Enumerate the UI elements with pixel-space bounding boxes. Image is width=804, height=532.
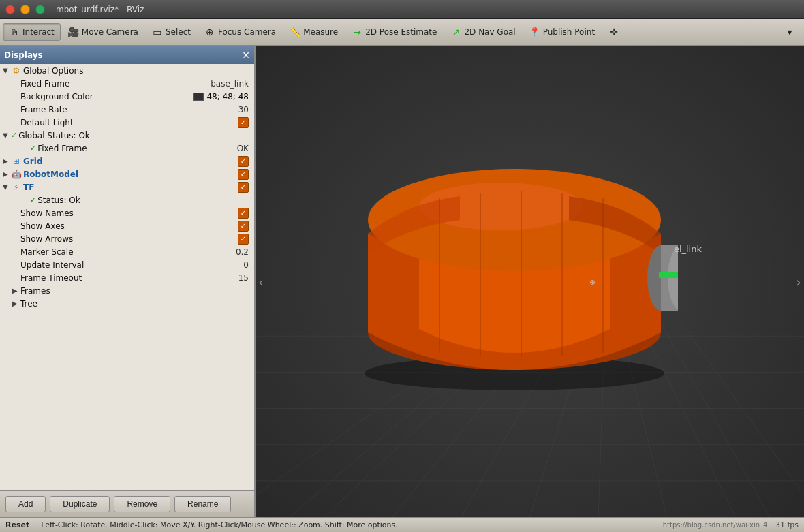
tf-checkbox[interactable]: ✓	[238, 182, 249, 193]
show-axes-checkbox[interactable]: ✓	[238, 221, 249, 232]
global-options-label: Global Options	[23, 66, 254, 76]
global-options-expand: ▼	[3, 67, 11, 74]
displays-header: Displays ✕	[0, 46, 254, 64]
grid-expand: ▶	[3, 157, 11, 165]
move-camera-button[interactable]: 🎥 Move Camera	[62, 23, 144, 41]
tree-empty-space	[0, 310, 254, 446]
robot-model-checkbox[interactable]: ✓	[238, 169, 249, 180]
nav-goal-icon: ↗	[450, 27, 461, 37]
left-panel: Displays ✕ ▼ ⚙ Global Options Fixed Fram…	[0, 46, 256, 517]
background-color-label: Background Color	[20, 92, 193, 101]
focus-camera-button[interactable]: ⊕ Focus Camera	[198, 23, 282, 41]
frame-timeout-value: 15	[238, 273, 254, 283]
frame-timeout-row[interactable]: Frame Timeout 15	[0, 271, 254, 284]
fixed-frame-value: base_link	[211, 79, 254, 89]
reset-button[interactable]: Reset	[0, 518, 35, 532]
publish-point-icon: 📍	[529, 27, 540, 37]
panel-close-button[interactable]: ✕	[242, 50, 250, 60]
interact-button[interactable]: 🖱 Interact	[3, 23, 61, 41]
publish-point-button[interactable]: 📍 Publish Point	[523, 23, 601, 41]
global-status-fixed-frame-row[interactable]: ✓ Fixed Frame OK	[0, 142, 254, 155]
frames-label: Frames	[20, 286, 254, 296]
nav-goal-button[interactable]: ↗ 2D Nav Goal	[444, 23, 521, 41]
show-arrows-checkbox[interactable]: ✓	[238, 234, 249, 245]
interact-icon: 🖱	[9, 27, 20, 37]
maximize-button[interactable]	[35, 5, 45, 14]
select-icon: ▭	[152, 27, 163, 37]
add-button[interactable]: Add	[5, 496, 46, 512]
global-status-label: Global Status: Ok	[18, 131, 254, 140]
duplicate-button[interactable]: Duplicate	[50, 496, 110, 512]
options-icon: —	[771, 27, 782, 37]
scene-background: el_link ⊕ ‹ ›	[256, 46, 804, 517]
pose-estimate-button[interactable]: → 2D Pose Estimate	[345, 23, 443, 41]
global-status-expand: ▼	[3, 131, 11, 139]
viewport-scroll-right[interactable]: ›	[793, 271, 804, 293]
robot-model-row[interactable]: ▶ 🤖 RobotModel ✓	[0, 168, 254, 181]
measure-icon: 📏	[290, 27, 300, 37]
3d-viewport[interactable]: el_link ⊕ ‹ ›	[256, 46, 804, 517]
grid-label: Grid	[23, 157, 238, 166]
viewport-scroll-left[interactable]: ‹	[256, 271, 266, 293]
tf-expand: ▼	[3, 183, 11, 191]
robot-model-3d	[351, 101, 678, 394]
select-button[interactable]: ▭ Select	[146, 23, 197, 41]
el-link-label: el_link	[674, 244, 702, 254]
toolbar: 🖱 Interact 🎥 Move Camera ▭ Select ⊕ Focu…	[0, 19, 804, 46]
global-status-row[interactable]: ▼ ✓ Global Status: Ok	[0, 129, 254, 142]
measure-button[interactable]: 📏 Measure	[283, 23, 344, 41]
main-area: Displays ✕ ▼ ⚙ Global Options Fixed Fram…	[0, 46, 804, 517]
pose-estimate-icon: →	[352, 27, 362, 37]
grid-row[interactable]: ▶ ⊞ Grid ✓	[0, 155, 254, 168]
grid-checkbox[interactable]: ✓	[238, 156, 249, 167]
grid-icon: ⊞	[11, 156, 22, 167]
move-camera-icon: 🎥	[68, 27, 79, 37]
default-light-row[interactable]: Default Light ✓	[0, 116, 254, 129]
show-names-row[interactable]: Show Names ✓	[0, 206, 254, 219]
show-axes-row[interactable]: Show Axes ✓	[0, 219, 254, 232]
bottom-buttons-bar: Add Duplicate Remove Rename	[0, 490, 254, 517]
displays-title: Displays	[4, 50, 43, 60]
global-options-row[interactable]: ▼ ⚙ Global Options	[0, 64, 254, 77]
rename-button[interactable]: Rename	[174, 496, 231, 512]
add-tool-icon: ✛	[608, 27, 619, 37]
frame-rate-label: Frame Rate	[20, 105, 238, 114]
tf-status-row[interactable]: ✓ Status: Ok	[0, 193, 254, 206]
default-light-checkbox[interactable]: ✓	[238, 117, 249, 128]
add-tool-button[interactable]: ✛	[602, 23, 625, 41]
close-button[interactable]	[5, 5, 15, 14]
frame-timeout-label: Frame Timeout	[20, 273, 238, 283]
minimize-button[interactable]	[20, 5, 30, 14]
url-text: https://blog.csdn.net/wai·xin_4	[663, 521, 768, 529]
tree-label: Tree	[20, 299, 254, 309]
frames-row[interactable]: ▶ Frames	[0, 284, 254, 297]
window-title: mbot_urdf.rviz* - RViz	[56, 5, 144, 14]
dropdown-icon: ▾	[784, 27, 795, 37]
background-color-row[interactable]: Background Color 48; 48; 48	[0, 90, 254, 103]
fps-display: https://blog.csdn.net/wai·xin_4 31 fps	[658, 520, 804, 529]
update-interval-row[interactable]: Update Interval 0	[0, 258, 254, 271]
global-status-check: ✓	[11, 131, 17, 140]
robot-model-icon: 🤖	[11, 169, 22, 180]
marker-scale-row[interactable]: Marker Scale 0.2	[0, 245, 254, 258]
fixed-frame-row[interactable]: Fixed Frame base_link	[0, 77, 254, 90]
show-names-checkbox[interactable]: ✓	[238, 208, 249, 219]
background-color-swatch	[193, 93, 204, 101]
global-status-fixed-label: Fixed Frame	[37, 144, 236, 153]
tree-expand: ▶	[12, 300, 20, 307]
background-color-value: 48; 48; 48	[206, 92, 249, 101]
tf-icon: ⚡	[11, 182, 22, 193]
show-axes-label: Show Axes	[20, 221, 238, 231]
remove-button[interactable]: Remove	[114, 496, 170, 512]
frame-rate-row[interactable]: Frame Rate 30	[0, 103, 254, 116]
show-arrows-row[interactable]: Show Arrows ✓	[0, 232, 254, 245]
tree-row[interactable]: ▶ Tree	[0, 297, 254, 310]
fixed-frame-label: Fixed Frame	[20, 79, 211, 89]
tf-row[interactable]: ▼ ⚡ TF ✓	[0, 181, 254, 193]
update-interval-value: 0	[243, 260, 254, 270]
show-arrows-label: Show Arrows	[20, 234, 238, 244]
update-interval-label: Update Interval	[20, 260, 243, 270]
displays-tree: ▼ ⚙ Global Options Fixed Frame base_link…	[0, 64, 254, 490]
options-button[interactable]: — ▾	[764, 23, 801, 41]
svg-rect-32	[659, 272, 678, 278]
